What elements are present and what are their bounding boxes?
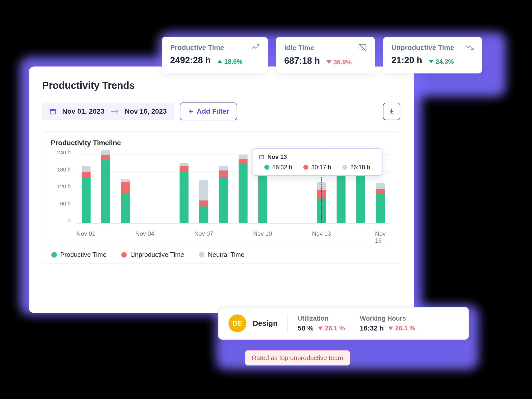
arrow-right-icon bbox=[110, 109, 119, 114]
download-icon bbox=[388, 108, 395, 115]
productivity-panel: Productivity Trends Nov 01, 2023 Nov 16,… bbox=[29, 66, 414, 313]
team-callout[interactable]: DE Design Utilization58 %26.1 %Working H… bbox=[218, 307, 469, 340]
svg-rect-2 bbox=[260, 155, 264, 159]
monitor-off-icon bbox=[358, 44, 367, 52]
date-from: Nov 01, 2023 bbox=[62, 107, 104, 115]
tooltip-value: 86:32 h bbox=[259, 164, 298, 171]
tooltip-date: Nov 13 bbox=[267, 153, 287, 160]
x-tick: Nov 10 bbox=[253, 230, 272, 237]
stat-title: Unproductive Time bbox=[391, 44, 454, 52]
y-tick: 240 h bbox=[54, 149, 71, 156]
stat-delta: 36.9% bbox=[326, 58, 352, 66]
stat-value: 687:18 h bbox=[284, 56, 320, 66]
x-tick: Nov 01 bbox=[77, 230, 95, 237]
legend-item[interactable]: Neutral Time bbox=[199, 251, 244, 259]
stat-card-productive-time[interactable]: Productive Time2492:28 h18.6% bbox=[162, 37, 268, 73]
stat-delta: 18.6% bbox=[217, 58, 243, 66]
stat-delta: 24.3% bbox=[429, 58, 454, 66]
stat-value: 21:20 h bbox=[391, 55, 422, 66]
plus-icon bbox=[188, 108, 194, 114]
y-tick: 120 h bbox=[54, 183, 71, 190]
stat-card-idle-time[interactable]: Idle Time687:18 h36.9% bbox=[276, 37, 375, 73]
team-rating-badge: Rated as top unproductive team bbox=[245, 350, 350, 366]
team-name: Design bbox=[253, 319, 278, 328]
y-tick: 180 h bbox=[54, 166, 71, 173]
trend-down-icon bbox=[465, 44, 474, 51]
y-tick: 0 bbox=[54, 217, 71, 224]
legend-item[interactable]: Productive Time bbox=[51, 251, 106, 259]
stat-title: Productive Time bbox=[170, 44, 224, 52]
bar-cluster[interactable] bbox=[113, 179, 138, 223]
tooltip-value: 26:18 h bbox=[337, 164, 376, 171]
stat-title: Idle Time bbox=[284, 44, 314, 52]
tooltip-value: 30:17 h bbox=[298, 164, 337, 171]
x-tick: Nov 16 bbox=[375, 230, 386, 244]
x-tick: Nov 04 bbox=[135, 230, 154, 237]
team-metric: Utilization58 %26.1 % bbox=[298, 315, 345, 332]
team-avatar: DE bbox=[228, 314, 246, 332]
y-tick: 60 h bbox=[54, 200, 71, 207]
x-tick: Nov 07 bbox=[194, 230, 213, 237]
svg-rect-1 bbox=[50, 109, 56, 114]
team-metric: Working Hours16:32 h26.1 % bbox=[360, 315, 415, 332]
panel-title: Productivity Trends bbox=[42, 80, 400, 91]
add-filter-button[interactable]: Add Filter bbox=[180, 102, 237, 120]
x-tick: Nov 13 bbox=[312, 230, 331, 237]
stat-value: 2492:28 h bbox=[170, 55, 211, 66]
legend-item[interactable]: Unproductive Time bbox=[121, 251, 184, 259]
bar-cluster[interactable] bbox=[368, 183, 393, 224]
chart-title: Productivity Timeline bbox=[51, 139, 393, 147]
calendar-icon bbox=[49, 108, 56, 115]
add-filter-label: Add Filter bbox=[197, 107, 229, 115]
date-to: Nov 16, 2023 bbox=[125, 107, 167, 115]
stat-card-unproductive-time[interactable]: Unproductive Time21:20 h24.3% bbox=[383, 37, 482, 73]
date-range-picker[interactable]: Nov 01, 2023 Nov 16, 2023 bbox=[42, 103, 174, 120]
calendar-icon bbox=[259, 154, 264, 160]
trend-up-icon bbox=[251, 44, 259, 51]
chart-tooltip: Nov 13 86:32 h30:17 h26:18 h bbox=[252, 148, 382, 176]
download-button[interactable] bbox=[383, 103, 400, 120]
